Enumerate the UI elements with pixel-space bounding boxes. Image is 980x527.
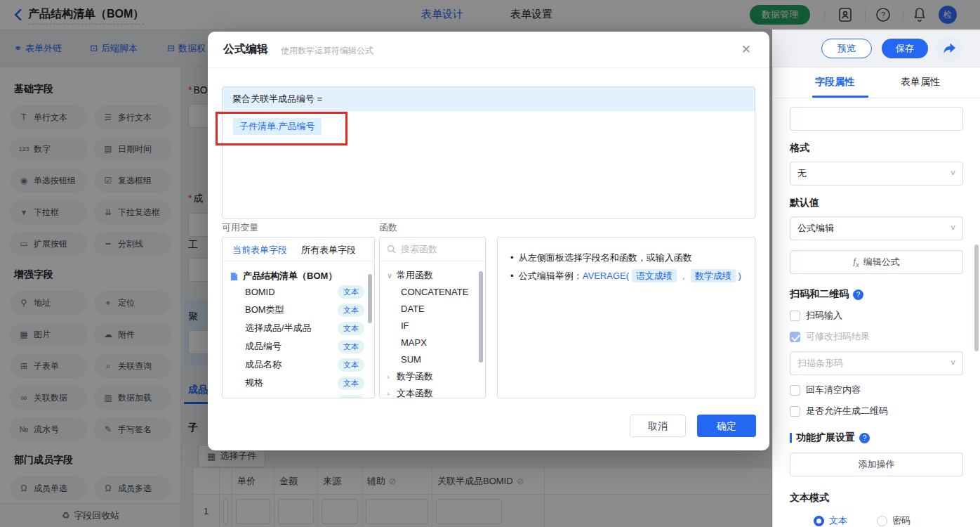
variable-item-clipped[interactable]: 文本	[245, 392, 364, 398]
function-item[interactable]: IF	[401, 318, 485, 334]
default-value-select[interactable]: 公式编辑˅	[790, 216, 963, 240]
confirm-button[interactable]: 确定	[697, 415, 756, 437]
function-search[interactable]	[380, 238, 485, 261]
tip-line-2: • 公式编辑举例：AVERAGE( 语文成绩 ， 数学成绩 )	[510, 267, 742, 285]
function-item[interactable]: DATE	[401, 301, 485, 318]
checkbox-unchecked-icon[interactable]	[790, 311, 800, 321]
function-group-common[interactable]: ∨常用函数	[387, 267, 485, 284]
functions-scrollbar[interactable]	[479, 271, 483, 363]
tip-line-1: • 从左侧面板选择字段名和函数，或输入函数	[510, 249, 742, 267]
formula-edit-modal: 公式编辑 使用数学运算符编辑公式 ✕ 聚合关联半成品编号 = 子件清单.产品编号…	[208, 32, 769, 450]
functions-label: 函数	[379, 221, 397, 234]
property-tabs: 字段属性 表单属性	[773, 67, 980, 98]
checkbox-unchecked-icon[interactable]	[790, 406, 800, 417]
scan-editable-checkbox[interactable]: 可修改扫码结果	[790, 330, 963, 343]
overlay-dim-top	[0, 0, 980, 30]
enter-clear-checkbox[interactable]: 回车清空内容	[790, 384, 963, 396]
add-action-button[interactable]: 添加操作	[790, 453, 963, 476]
text-mode-label: 文本模式	[790, 492, 963, 505]
help-badge-icon[interactable]: ?	[853, 289, 863, 300]
radio-password[interactable]	[877, 516, 887, 526]
type-tag: 文本	[338, 340, 364, 353]
function-group-text[interactable]: ›文本函数	[387, 385, 485, 398]
variable-item[interactable]: BOMID文本	[245, 282, 364, 301]
tab-all-form-fields[interactable]: 所有表单字段	[301, 244, 356, 256]
panel-scrollbar[interactable]	[974, 245, 979, 351]
tab-current-form-fields[interactable]: 当前表单字段	[232, 244, 287, 256]
function-item[interactable]: CONCATENATE	[401, 284, 485, 301]
share-arrow-icon	[936, 36, 962, 61]
tab-form-properties[interactable]: 表单属性	[901, 76, 940, 89]
example-field-tag: 语文成绩	[632, 269, 677, 282]
type-tag: 文本	[338, 304, 364, 317]
fx-icon: fx	[853, 256, 859, 268]
formula-editor[interactable]: 聚合关联半成品编号 = 子件清单.产品编号	[222, 86, 755, 219]
allow-qr-checkbox[interactable]: 是否允许生成二维码	[790, 405, 963, 417]
example-field-tag: 数学成绩	[691, 269, 736, 282]
active-tab-underline	[812, 96, 868, 98]
function-item[interactable]: SUM	[401, 351, 485, 368]
tips-panel: • 从左侧面板选择字段名和函数，或输入函数 • 公式编辑举例：AVERAGE( …	[497, 237, 755, 398]
type-tag: 文本	[338, 377, 364, 390]
search-icon	[387, 245, 396, 254]
scan-section-header: 扫码和二维码?	[790, 288, 963, 301]
checkbox-unchecked-icon[interactable]	[790, 385, 800, 396]
formula-lhs: 聚合关联半成品编号 =	[223, 87, 755, 111]
functions-panel: ∨常用函数 CONCATENATE DATE IF MAPX SUM ›数学函数…	[379, 237, 486, 398]
scan-input-checkbox[interactable]: 扫码输入	[790, 309, 963, 322]
caret-down-icon: ∨	[387, 271, 392, 280]
variable-item[interactable]: BOM类型文本	[245, 301, 364, 319]
radio-text-label[interactable]: 文本	[829, 514, 847, 527]
share-button[interactable]	[936, 36, 962, 61]
variables-scrollbar[interactable]	[368, 274, 372, 323]
cancel-button[interactable]: 取消	[630, 415, 686, 437]
help-badge-icon[interactable]: ?	[859, 433, 870, 443]
close-icon[interactable]: ✕	[741, 42, 751, 57]
variables-tree-root[interactable]: 产品结构清单（BOM）	[230, 270, 374, 282]
format-select[interactable]: 无˅	[790, 162, 963, 186]
variable-item[interactable]: 规格文本	[245, 374, 364, 392]
type-tag: 文本	[338, 358, 364, 372]
function-search-input[interactable]	[401, 244, 471, 254]
type-tag: 文本	[338, 285, 364, 299]
edit-formula-button[interactable]: fx编辑公式	[790, 250, 963, 274]
type-tag: 文本	[338, 322, 364, 335]
caret-right-icon: ›	[387, 389, 392, 398]
variable-item[interactable]: 选择成品/半成品文本	[245, 319, 364, 337]
preview-button[interactable]: 预览	[821, 39, 872, 58]
variables-panel: 当前表单字段 所有表单字段 产品结构清单（BOM） BOMID文本 BOM类型文…	[222, 237, 375, 398]
format-label: 格式	[790, 142, 963, 155]
tab-field-properties[interactable]: 字段属性	[815, 76, 854, 89]
save-button[interactable]: 保存	[882, 39, 928, 58]
chevron-down-icon: ˅	[951, 169, 955, 178]
field-name-input[interactable]	[790, 107, 963, 131]
variable-item[interactable]: 成品名称文本	[245, 356, 364, 374]
section-bar	[790, 433, 792, 443]
chevron-down-icon: ˅	[951, 358, 955, 368]
modal-title: 公式编辑	[223, 42, 268, 57]
function-group-math[interactable]: ›数学函数	[387, 368, 485, 385]
modal-header: 公式编辑 使用数学运算符编辑公式 ✕	[208, 32, 769, 68]
property-panel: 字段属性 表单属性 格式 无˅ 默认值 公式编辑˅ fx编辑公式 扫码和二维码?…	[772, 67, 980, 527]
extension-section-header: 功能扩展设置?	[790, 431, 963, 444]
variables-label: 可用变量	[222, 221, 258, 234]
radio-password-label[interactable]: 密码	[892, 514, 911, 527]
radio-text-selected[interactable]	[814, 516, 824, 526]
form-doc-icon	[230, 272, 239, 281]
checkbox-checked-icon[interactable]	[790, 332, 800, 342]
function-item[interactable]: MAPX	[401, 334, 485, 351]
default-value-label: 默认值	[790, 197, 963, 209]
modal-subtitle: 使用数学运算符编辑公式	[281, 45, 373, 57]
variable-item[interactable]: 成品编号文本	[245, 337, 364, 356]
caret-right-icon: ›	[387, 372, 392, 381]
formula-field-tag[interactable]: 子件清单.产品编号	[233, 118, 322, 135]
chevron-down-icon: ˅	[951, 223, 955, 233]
scan-mode-select[interactable]: 扫描条形码˅	[790, 351, 963, 375]
